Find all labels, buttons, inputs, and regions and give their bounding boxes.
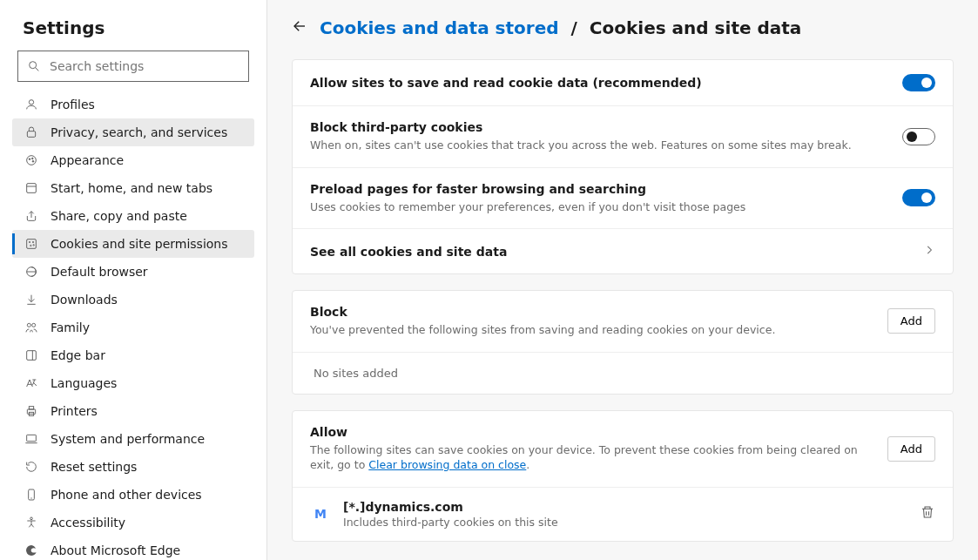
sidebar-item-label: Start, home, and new tabs [51, 181, 212, 195]
setting-row: Block third-party cookies When on, sites… [293, 106, 953, 168]
search-settings-wrap[interactable] [17, 51, 249, 82]
svg-line-1 [36, 68, 39, 71]
breadcrumb: Cookies and data stored / Cookies and si… [292, 17, 954, 38]
setting-row: Allow sites to save and read cookie data… [293, 60, 953, 106]
setting-desc: Uses cookies to remember your preference… [310, 199, 745, 215]
sidebar-item-label: Printers [51, 404, 98, 418]
svg-point-7 [32, 161, 34, 163]
sidebar-item-phone-and-other-devices[interactable]: Phone and other devices [12, 481, 254, 509]
settings-title: Settings [12, 17, 254, 38]
clear-browsing-data-link[interactable]: Clear browsing data on close [368, 458, 526, 471]
sidebar-item-accessibility[interactable]: Accessibility [12, 509, 254, 536]
cookie-settings-card: Allow sites to save and read cookie data… [292, 59, 954, 274]
breadcrumb-parent-link[interactable]: Cookies and data stored [320, 17, 559, 38]
sidebar-item-label: Accessibility [51, 516, 125, 530]
sidebar-item-family[interactable]: Family [12, 314, 254, 341]
sidebar-item-printers[interactable]: Printers [12, 397, 254, 425]
download-icon [24, 293, 38, 307]
toggle-switch[interactable] [902, 128, 935, 145]
block-section-card: Block You've prevented the following sit… [292, 290, 954, 395]
setting-desc: When on, sites can't use cookies that tr… [310, 138, 852, 153]
svg-rect-23 [27, 409, 35, 414]
svg-rect-26 [27, 435, 37, 441]
sidebar-item-label: Cookies and site permissions [51, 237, 228, 251]
svg-rect-8 [27, 184, 37, 193]
sidebar-item-reset-settings[interactable]: Reset settings [12, 453, 254, 481]
sidebar-item-label: Default browser [51, 265, 148, 279]
a11y-icon [24, 516, 38, 530]
brush-icon [24, 153, 38, 167]
sidebar-item-cookies-and-site-permissions[interactable]: Cookies and site permissions [12, 230, 254, 258]
sidebar-item-label: Share, copy and paste [51, 209, 187, 223]
svg-point-30 [30, 517, 33, 520]
user-icon [24, 98, 38, 111]
sidebar-item-downloads[interactable]: Downloads [12, 286, 254, 314]
share-icon [24, 209, 38, 223]
svg-point-13 [32, 241, 33, 242]
svg-rect-11 [27, 240, 37, 249]
search-settings-input[interactable] [50, 59, 239, 73]
sidebar-item-edge-bar[interactable]: Edge bar [12, 341, 254, 369]
toggle-switch[interactable] [902, 189, 935, 206]
sidebar-item-label: Appearance [51, 153, 124, 167]
settings-sidebar: Settings Profiles Privacy, search, and s… [0, 0, 267, 560]
sidebar-item-appearance[interactable]: Appearance [12, 146, 254, 174]
allow-section-card: Allow The following sites can save cooki… [292, 410, 954, 542]
allow-desc: The following sites can save cookies on … [310, 442, 867, 473]
phone-icon [24, 488, 38, 502]
allowed-site-row: M [*.]dynamics.com Includes third-party … [293, 488, 953, 541]
sidebar-item-profiles[interactable]: Profiles [12, 91, 254, 118]
cookie-icon [24, 237, 38, 251]
svg-point-4 [27, 156, 37, 165]
family-icon [24, 320, 38, 334]
block-add-button[interactable]: Add [887, 308, 935, 334]
sidebar-item-label: Privacy, search, and services [51, 125, 227, 139]
language-icon [24, 376, 38, 390]
sidebar-item-about-microsoft-edge[interactable]: About Microsoft Edge [12, 536, 254, 560]
setting-row: Preload pages for faster browsing and se… [293, 168, 953, 230]
delete-site-button[interactable] [920, 504, 935, 523]
settings-main: Cookies and data stored / Cookies and si… [267, 0, 978, 560]
setting-row[interactable]: See all cookies and site data [293, 229, 953, 273]
laptop-icon [24, 432, 38, 446]
breadcrumb-current-page: Cookies and site data [590, 17, 801, 38]
svg-point-5 [29, 159, 30, 160]
block-heading: Block [310, 305, 775, 319]
block-empty-text: No sites added [293, 353, 953, 394]
sidebar-item-system-and-performance[interactable]: System and performance [12, 425, 254, 453]
allow-header-row: Allow The following sites can save cooki… [293, 411, 953, 488]
svg-rect-24 [29, 407, 33, 409]
sidebar-item-share-copy-and-paste[interactable]: Share, copy and paste [12, 202, 254, 230]
sidebar-item-default-browser[interactable]: Default browser [12, 258, 254, 286]
svg-point-14 [30, 245, 31, 246]
block-desc: You've prevented the following sites fro… [310, 322, 775, 338]
svg-rect-3 [27, 132, 35, 138]
sidebar-item-label: System and performance [51, 432, 205, 446]
sidebar-item-label: Profiles [51, 98, 95, 111]
lock-icon [24, 125, 38, 139]
sidebar-item-privacy-search-and-services[interactable]: Privacy, search, and services [12, 118, 254, 146]
setting-title: Allow sites to save and read cookie data… [310, 76, 702, 90]
svg-rect-21 [27, 351, 37, 361]
sidebar-icon [24, 348, 38, 362]
back-arrow-icon[interactable] [292, 18, 307, 37]
site-favicon: M [310, 503, 331, 524]
svg-point-20 [32, 323, 36, 327]
search-icon [27, 59, 41, 73]
svg-point-12 [29, 241, 30, 242]
svg-point-19 [27, 323, 30, 327]
allow-add-button[interactable]: Add [887, 436, 935, 462]
setting-title: Preload pages for faster browsing and se… [310, 182, 745, 196]
toggle-switch[interactable] [902, 74, 935, 91]
svg-point-0 [30, 62, 37, 69]
site-subtext: Includes third-party cookies on this sit… [343, 516, 558, 529]
sidebar-item-label: Edge bar [51, 348, 105, 362]
sidebar-item-label: Downloads [51, 293, 118, 307]
browser-icon [24, 265, 38, 279]
sidebar-item-languages[interactable]: Languages [12, 369, 254, 397]
sidebar-item-start-home-and-new-tabs[interactable]: Start, home, and new tabs [12, 174, 254, 202]
reset-icon [24, 460, 38, 474]
site-domain: [*.]dynamics.com [343, 500, 558, 514]
sidebar-item-label: Reset settings [51, 460, 137, 474]
sidebar-item-label: About Microsoft Edge [51, 543, 180, 557]
